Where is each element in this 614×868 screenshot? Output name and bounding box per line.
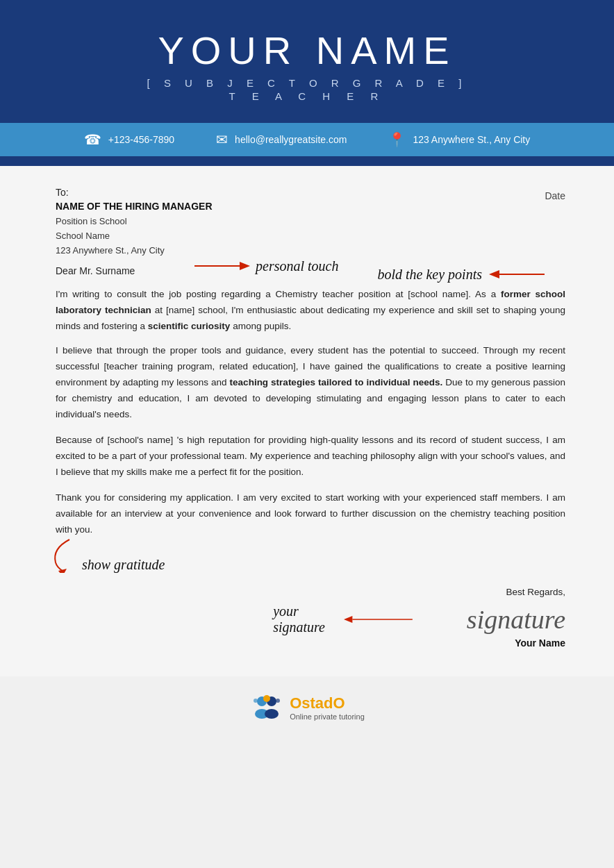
ostado-icon: [249, 690, 284, 725]
phone-contact: ☎ +123-456-7890: [84, 131, 174, 148]
ostado-brand-name: OstadO: [290, 694, 345, 712]
bold-annotation: bold the key points: [377, 266, 545, 283]
svg-point-13: [276, 699, 280, 703]
signature-text: signature: [467, 604, 565, 635]
personal-touch-text: personal touch: [256, 258, 338, 274]
gratitude-annotation: show gratitude: [49, 538, 165, 573]
signature-annotation: your signature: [273, 603, 413, 635]
paragraph4: Thank you for considering my application…: [56, 490, 565, 538]
svg-point-12: [254, 699, 258, 703]
signature-wrapper: your signature signature: [467, 604, 565, 635]
address-contact: 📍 123 Anywhere St., Any City: [388, 131, 530, 148]
header-name: YOUR NAME: [14, 28, 600, 73]
header-subject: [ S U B J E C T O R G R A D E ]: [14, 77, 600, 89]
accent-bar: [0, 156, 614, 166]
to-block: To: NAME OF THE HIRING MANAGER Position …: [56, 187, 545, 258]
email-contact: ✉ hello@reallygreatsite.com: [216, 131, 347, 148]
signature-section: Best Regards, your signature signature Y…: [56, 587, 565, 649]
best-regards: Best Regards,: [506, 587, 565, 597]
salutation: Dear Mr. Surname: [56, 265, 135, 276]
ostado-name-part1: Ostad: [290, 694, 333, 712]
arrow-left-sig-icon: [344, 611, 413, 628]
arrow-left-bold-icon: [489, 266, 545, 283]
email-address: hello@reallygreatsite.com: [235, 134, 347, 145]
paragraph2: I believe that through the proper tools …: [56, 343, 565, 423]
ostado-name-part2: O: [333, 694, 345, 712]
paragraph1-wrapper: bold the key points I'm writing to consu…: [56, 287, 565, 335]
gratitude-arrow-icon: [49, 538, 76, 573]
school-address-line: 123 Anywhere St., Any City: [56, 244, 545, 258]
date-block: Date: [545, 190, 565, 201]
email-icon: ✉: [216, 131, 228, 148]
paragraph3: Because of [school's name] 's high reput…: [56, 433, 565, 481]
ostado-tagline: Online private tutoring: [290, 712, 365, 721]
svg-point-11: [263, 695, 270, 702]
to-label: To:: [56, 187, 545, 198]
page-wrapper: YOUR NAME [ S U B J E C T O R G R A D E …: [0, 0, 614, 868]
contact-bar: ☎ +123-456-7890 ✉ hello@reallygreatsite.…: [0, 123, 614, 156]
header-role: T E A C H E R: [14, 90, 600, 102]
phone-icon: ☎: [84, 131, 101, 148]
svg-point-10: [265, 709, 279, 719]
letter-to-section: To: NAME OF THE HIRING MANAGER Position …: [56, 187, 565, 258]
gratitude-text: show gratitude: [82, 557, 165, 573]
svg-marker-3: [489, 270, 499, 278]
ostado-text: OstadO Online private tutoring: [290, 694, 365, 721]
position-line: Position is School: [56, 215, 545, 229]
phone-number: +123-456-7890: [108, 134, 174, 145]
school-line: School Name: [56, 229, 545, 244]
personal-touch-annotation: personal touch: [194, 258, 338, 274]
header-section: YOUR NAME [ S U B J E C T O R G R A D E …: [0, 0, 614, 123]
svg-marker-1: [240, 262, 250, 270]
your-signature-text: your signature: [273, 603, 340, 635]
paragraph1: I'm writing to consult the job posting r…: [56, 287, 565, 335]
location-icon: 📍: [388, 131, 406, 148]
ostado-logo: OstadO Online private tutoring: [0, 690, 614, 725]
svg-marker-6: [344, 616, 352, 623]
signed-name: Your Name: [515, 637, 565, 649]
hiring-manager: NAME OF THE HIRING MANAGER: [56, 201, 545, 212]
branding-section: OstadO Online private tutoring: [0, 676, 614, 746]
arrow-right-icon: [194, 258, 250, 274]
bold-annotation-text: bold the key points: [377, 267, 482, 283]
address-text: 123 Anywhere St., Any City: [413, 134, 530, 145]
paragraph4-wrapper: Thank you for considering my application…: [56, 490, 565, 538]
letter-body: To: NAME OF THE HIRING MANAGER Position …: [0, 166, 614, 676]
